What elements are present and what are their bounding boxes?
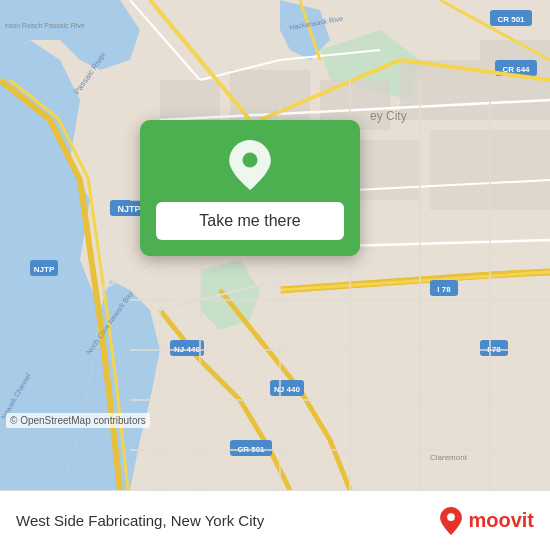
location-pin-icon — [225, 140, 275, 190]
svg-text:NJTP: NJTP — [34, 265, 55, 274]
place-name: West Side Fabricating, New York City — [16, 512, 264, 529]
svg-rect-1 — [160, 80, 220, 120]
svg-text:Claremont: Claremont — [430, 453, 468, 462]
bottom-bar: West Side Fabricating, New York City moo… — [0, 490, 550, 550]
moovit-brand-text: moovit — [468, 509, 534, 532]
svg-point-61 — [448, 513, 456, 521]
location-card: Take me there — [140, 120, 360, 256]
svg-text:NJ 440: NJ 440 — [274, 385, 300, 394]
svg-text:I 78: I 78 — [437, 285, 451, 294]
map-container: NJTP NJTP NJ 440 NJ 440 I 78 I 78 CR 501… — [0, 0, 550, 490]
svg-text:CR 501: CR 501 — [497, 15, 525, 24]
svg-text:rison Reach Passaic Rive: rison Reach Passaic Rive — [5, 22, 85, 29]
moovit-logo: moovit — [437, 507, 534, 535]
svg-text:ey City: ey City — [370, 109, 407, 123]
moovit-pin-icon — [437, 507, 465, 535]
svg-text:NJTP: NJTP — [117, 204, 140, 214]
map-attribution: © OpenStreetMap contributors — [6, 413, 150, 428]
svg-point-60 — [243, 153, 258, 168]
take-me-there-button[interactable]: Take me there — [156, 202, 344, 240]
